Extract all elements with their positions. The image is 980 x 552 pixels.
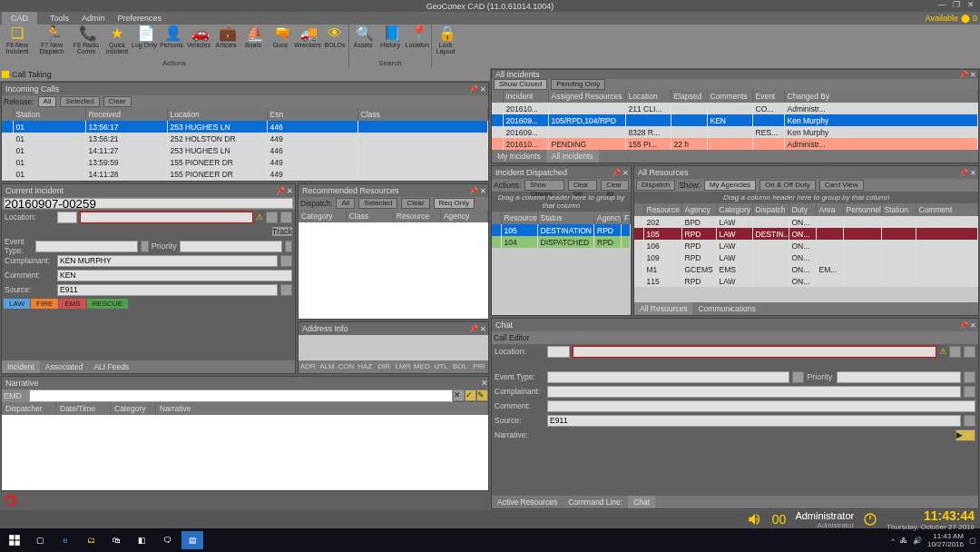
taskview-icon[interactable]: ▢ xyxy=(29,531,51,549)
ar-dispatch-button[interactable]: Dispatch xyxy=(636,180,675,191)
table-row[interactable]: 0114:00:01262 N RIDGEVIEW RD209 xyxy=(2,180,488,181)
pending-only-button[interactable]: Pending Only xyxy=(551,79,605,90)
tag-law[interactable]: LAW xyxy=(4,299,30,309)
tb-wreckers[interactable]: 🚚Wreckers xyxy=(294,25,321,59)
release-selected-button[interactable]: Selected xyxy=(60,96,99,107)
incoming-table[interactable]: Station Received Location Esn Class 0113… xyxy=(2,108,488,181)
tab-chat[interactable]: Chat xyxy=(628,496,655,508)
panel-close-icon[interactable]: ✕ xyxy=(970,71,976,79)
pin-icon[interactable]: 📌 xyxy=(612,169,621,177)
pin-icon[interactable]: 📌 xyxy=(469,85,478,94)
table-row[interactable]: M1GCEMSEMSON...EM... xyxy=(634,263,978,275)
tray-action-center-icon[interactable]: ▢ xyxy=(969,537,976,545)
abbr-alm[interactable]: ALM xyxy=(318,360,337,373)
tag-rescue[interactable]: RESCUE xyxy=(87,299,128,309)
rec-table[interactable]: CategoryClassResourceAgency xyxy=(299,210,488,222)
source-clear-icon[interactable] xyxy=(280,284,292,296)
chat-priority-input[interactable] xyxy=(837,371,961,383)
abbr-bol[interactable]: BOL xyxy=(450,360,469,373)
menu-admin[interactable]: Admin xyxy=(82,14,105,23)
pin-icon[interactable]: 📌 xyxy=(959,321,968,330)
event-clear-icon[interactable] xyxy=(141,241,148,252)
menu-preferences[interactable]: Preferences xyxy=(118,14,162,23)
release-all-button[interactable]: All xyxy=(38,96,57,107)
tray-net-icon[interactable]: 🖧 xyxy=(900,537,907,545)
ai-table[interactable]: Incident Assigned Resources Location Ela… xyxy=(492,90,978,150)
table-row[interactable]: 0114:11:27253 HUGHES LN446 xyxy=(2,144,488,156)
tb-quick-incident[interactable]: ★Quick Incident xyxy=(103,25,131,59)
table-row[interactable]: 106RPDLAWON... xyxy=(634,240,978,251)
event-type-input[interactable] xyxy=(35,241,138,252)
tb-persons[interactable]: 👤Persons xyxy=(158,25,185,59)
location-input[interactable] xyxy=(80,212,253,223)
table-row[interactable]: 109RPDLAWON... xyxy=(634,251,978,263)
chat-comment-input[interactable] xyxy=(547,400,975,412)
complainant-input[interactable] xyxy=(57,255,278,267)
tb-vehicles[interactable]: 🚗Vehicles xyxy=(185,25,212,59)
release-clear-button[interactable]: Clear xyxy=(103,96,132,107)
show-cleared-button[interactable]: Show Cleared xyxy=(524,180,564,191)
tb-lock-layout[interactable]: 🔒Lock Layout xyxy=(432,25,459,59)
tab-my-incidents[interactable]: My Incidents xyxy=(492,150,546,163)
table-row[interactable]: 0114:11:28155 PIONEER DR449 xyxy=(2,168,488,180)
tb-new-incident[interactable]: ❏F6 New Incident xyxy=(0,25,34,59)
panel-close-icon[interactable]: ✕ xyxy=(622,169,629,177)
tb-articles[interactable]: 💼Articles xyxy=(212,25,240,59)
comment-input[interactable] xyxy=(57,270,292,281)
chat-loc-btn2[interactable] xyxy=(964,346,975,358)
power-icon[interactable] xyxy=(863,512,877,527)
tab-cmdline[interactable]: Command Line: xyxy=(563,496,628,508)
chat-loc-prefix[interactable] xyxy=(547,346,570,358)
tb-boats[interactable]: ⛵Boats xyxy=(240,25,267,59)
pin-icon[interactable]: 📌 xyxy=(469,187,478,195)
emd-tab[interactable]: EMD xyxy=(2,389,29,402)
abbr-utl[interactable]: UTL xyxy=(431,360,450,373)
abbr-haz[interactable]: HAZ xyxy=(356,360,375,373)
table-row[interactable]: 0113:59:59155 PIONEER DR449 xyxy=(2,156,488,168)
table-row[interactable]: 105DESTINATIONRPD xyxy=(492,224,631,236)
chat-submit-button[interactable]: ▶ xyxy=(956,429,975,441)
priority-input[interactable] xyxy=(180,241,282,252)
narr-clear-icon[interactable]: ✕ xyxy=(453,389,465,401)
panel-close-icon[interactable]: ✕ xyxy=(287,187,293,195)
app2-icon[interactable]: 🗨 xyxy=(156,531,178,549)
table-row[interactable]: 201610...211 CLI...CO...Administr... xyxy=(492,103,978,114)
panel-close-icon[interactable]: ✕ xyxy=(480,187,486,195)
tb-history[interactable]: 📘History xyxy=(377,25,404,59)
tab-communications[interactable]: Communications xyxy=(692,302,760,315)
table-row[interactable]: 115RPDLAWON... xyxy=(634,275,978,287)
priority-icon[interactable] xyxy=(285,241,292,252)
chat-pri-x[interactable] xyxy=(964,371,975,383)
clear-sel-button[interactable]: Clear Sel xyxy=(568,180,598,191)
table-row[interactable]: 104DISPATCHEDRPD xyxy=(492,236,631,248)
panel-close-icon[interactable]: ✕ xyxy=(480,85,486,94)
chat-event-x[interactable] xyxy=(792,371,804,383)
tag-fire[interactable]: FIRE xyxy=(31,299,58,309)
chat-source-x[interactable] xyxy=(964,415,975,427)
abbr-pri[interactable]: PRI xyxy=(469,360,488,373)
tab-incident[interactable]: Incident xyxy=(2,360,40,373)
panel-close-icon[interactable]: ✕ xyxy=(480,325,486,333)
loc-btn2[interactable] xyxy=(280,212,292,223)
tb-assets[interactable]: 🔍Assets xyxy=(349,25,377,59)
tray-vol-icon[interactable]: 🔊 xyxy=(913,537,922,545)
disp-clear-button[interactable]: Clear xyxy=(401,198,429,209)
panel-close-icon[interactable]: ✕ xyxy=(970,169,976,177)
speaker-icon[interactable] xyxy=(747,511,763,527)
pin-icon[interactable]: 📌 xyxy=(469,325,478,333)
narr-edit-icon[interactable]: ✎ xyxy=(476,389,488,401)
tab-all-incidents[interactable]: All Incidents xyxy=(546,150,599,163)
table-row[interactable]: 201610...PENDING155 PI...22 hAdministr..… xyxy=(492,138,978,150)
close-button[interactable]: ✕ xyxy=(965,0,976,9)
explorer-icon[interactable]: 🗂 xyxy=(80,531,102,549)
table-row[interactable]: 202BPDLAWON... xyxy=(634,216,978,228)
panel-close-icon[interactable]: ✕ xyxy=(970,321,976,330)
clear-all-button[interactable]: Clear All xyxy=(601,180,629,191)
show-closed-button[interactable]: Show Closed xyxy=(494,79,547,90)
tab-associated[interactable]: Associated xyxy=(40,360,89,373)
cardview-button[interactable]: Card View xyxy=(819,180,864,191)
abbr-med[interactable]: MED xyxy=(412,360,431,373)
narr-close-icon[interactable]: ✕ xyxy=(481,379,488,388)
disp-all-button[interactable]: All xyxy=(336,198,355,209)
chat-event-input[interactable] xyxy=(547,371,789,383)
